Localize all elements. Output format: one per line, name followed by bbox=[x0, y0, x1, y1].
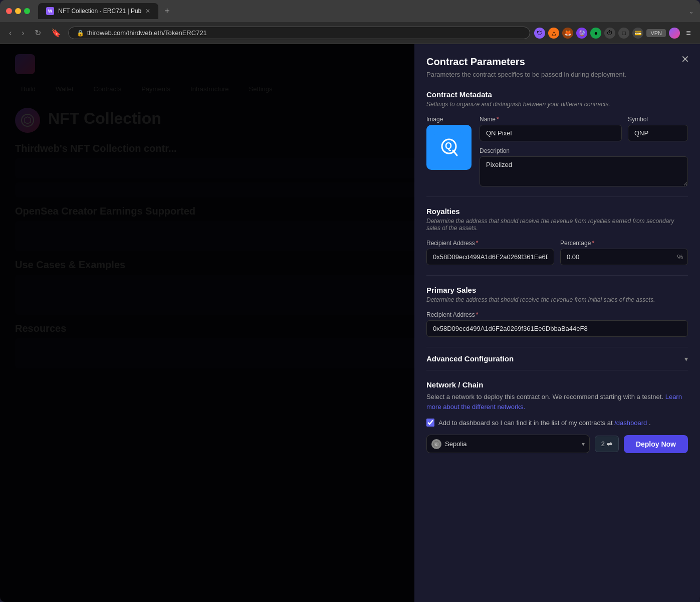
toolbar-icons: 🛡 △ 🦊 🔮 ● ⏱ □ 💳 VPN ≡ bbox=[534, 28, 694, 39]
extension-icon-5: ⏱ bbox=[604, 28, 615, 39]
tab-title: NFT Collection - ERC721 | Pub bbox=[58, 8, 141, 15]
browser-frame: W NFT Collection - ERC721 | Pub ✕ + ⌄ ‹ … bbox=[0, 0, 700, 602]
modal-panel: ✕ Contract Parameters Parameters the con… bbox=[414, 44, 700, 602]
modal-close-button[interactable]: ✕ bbox=[678, 52, 692, 66]
tab-bar: W NFT Collection - ERC721 | Pub ✕ + bbox=[38, 3, 684, 19]
royalties-recipient-label: Recipient Address* bbox=[426, 240, 554, 247]
tx-symbol-icon: ⇌ bbox=[607, 440, 612, 448]
svg-text:Q: Q bbox=[445, 141, 452, 151]
modal-title: Contract Parameters bbox=[426, 56, 688, 68]
primary-sales-section-desc: Determine the address that should receiv… bbox=[426, 296, 688, 303]
tab-favicon-icon: W bbox=[46, 7, 54, 15]
dashboard-checkbox-row: Add to dashboard so I can find it in the… bbox=[426, 419, 688, 427]
percent-symbol: % bbox=[677, 253, 683, 261]
network-select-wrap: S Sepolia ▾ bbox=[426, 435, 590, 453]
extension-icon-3: 🔮 bbox=[576, 28, 587, 39]
royalties-recipient-input[interactable] bbox=[426, 249, 554, 265]
percent-input-wrapper: % bbox=[560, 249, 688, 265]
royalties-fields: Recipient Address* Percentage* % bbox=[426, 240, 688, 265]
extension-icon-7: 💳 bbox=[632, 28, 643, 39]
dashboard-link[interactable]: /dashboard bbox=[614, 419, 647, 427]
bookmark-button[interactable]: 🔖 bbox=[48, 26, 64, 40]
new-tab-button[interactable]: + bbox=[160, 6, 174, 17]
brave-icon: 🛡 bbox=[534, 28, 545, 39]
profile-icon[interactable] bbox=[669, 28, 680, 39]
tx-count: 2 bbox=[601, 440, 605, 448]
extension-icon-6: □ bbox=[618, 28, 629, 39]
image-label: Image bbox=[426, 116, 472, 123]
metadata-form-row: Image Q bbox=[426, 116, 688, 186]
tx-count-badge: 2 ⇌ bbox=[595, 436, 619, 452]
address-bar[interactable]: 🔒 thirdweb.com/thirdweb.eth/TokenERC721 bbox=[68, 27, 531, 39]
royalties-percent-group: Percentage* % bbox=[560, 240, 688, 265]
advanced-config-header[interactable]: Advanced Configuration ▾ bbox=[426, 347, 688, 370]
description-field-group: Description Pixelized bbox=[480, 147, 688, 186]
name-field-group: Name* bbox=[480, 116, 622, 141]
extension-icon-1: △ bbox=[548, 28, 559, 39]
deploy-row: S Sepolia ▾ 2 ⇌ Deploy Now bbox=[426, 435, 688, 453]
symbol-input[interactable] bbox=[628, 125, 688, 141]
royalties-section-desc: Determine the address that should receiv… bbox=[426, 218, 688, 232]
minimize-traffic-light[interactable] bbox=[15, 8, 21, 14]
network-title: Network / Chain bbox=[426, 380, 688, 389]
royalties-address-group: Recipient Address* bbox=[426, 240, 554, 265]
percentage-label: Percentage* bbox=[560, 240, 688, 247]
vpn-button[interactable]: VPN bbox=[646, 29, 666, 37]
window-controls: ⌄ bbox=[688, 8, 694, 15]
forward-button[interactable]: › bbox=[19, 27, 27, 40]
fullscreen-traffic-light[interactable] bbox=[24, 8, 30, 14]
network-section: Network / Chain Select a network to depl… bbox=[426, 380, 688, 453]
description-label: Description bbox=[480, 147, 688, 154]
modal-overlay: ✕ Contract Parameters Parameters the con… bbox=[0, 44, 700, 602]
primary-sales-section-title: Primary Sales bbox=[426, 286, 688, 294]
advanced-config-title: Advanced Configuration bbox=[426, 354, 514, 363]
menu-icon[interactable]: ≡ bbox=[683, 28, 694, 39]
image-upload-area[interactable]: Q bbox=[426, 125, 472, 170]
percentage-input[interactable] bbox=[560, 249, 688, 265]
name-label: Name* bbox=[480, 116, 622, 123]
back-button[interactable]: ‹ bbox=[6, 27, 15, 40]
royalties-section-title: Royalties bbox=[426, 207, 688, 216]
name-symbol-fields: Name* Symbol Description Pixelized bbox=[480, 116, 688, 186]
modal-subtitle: Parameters the contract specifies to be … bbox=[426, 71, 688, 78]
dashboard-checkbox-label: Add to dashboard so I can find it in the… bbox=[438, 419, 651, 427]
primary-sales-recipient-input[interactable] bbox=[426, 320, 688, 337]
network-desc: Select a network to deploy this contract… bbox=[426, 392, 688, 412]
extension-icon-2: 🦊 bbox=[562, 28, 573, 39]
deploy-now-button[interactable]: Deploy Now bbox=[624, 435, 688, 453]
active-tab[interactable]: W NFT Collection - ERC721 | Pub ✕ bbox=[38, 3, 158, 19]
browser-titlebar: W NFT Collection - ERC721 | Pub ✕ + ⌄ bbox=[0, 0, 700, 22]
traffic-lights bbox=[6, 8, 30, 14]
browser-toolbar: ‹ › ↻ 🔖 🔒 thirdweb.com/thirdweb.eth/Toke… bbox=[0, 22, 700, 44]
dashboard-checkbox[interactable] bbox=[426, 419, 434, 427]
symbol-label: Symbol bbox=[628, 116, 688, 123]
close-traffic-light[interactable] bbox=[6, 8, 12, 14]
symbol-field-group: Symbol bbox=[628, 116, 688, 141]
royalties-divider bbox=[426, 275, 688, 276]
metadata-divider bbox=[426, 196, 688, 197]
metadata-section-desc: Settings to organize and distinguish bet… bbox=[426, 101, 688, 108]
name-input[interactable] bbox=[480, 125, 622, 141]
network-select[interactable]: Sepolia bbox=[426, 435, 590, 453]
primary-sales-recipient-group: Recipient Address* bbox=[426, 311, 688, 337]
advanced-config-chevron-icon: ▾ bbox=[684, 355, 688, 363]
url-text: thirdweb.com/thirdweb.eth/TokenERC721 bbox=[87, 29, 207, 37]
extension-icon-4: ● bbox=[590, 28, 601, 39]
primary-sales-recipient-label: Recipient Address* bbox=[426, 311, 688, 318]
description-textarea[interactable]: Pixelized bbox=[480, 156, 688, 186]
reload-button[interactable]: ↻ bbox=[32, 26, 44, 40]
browser-content: Build Wallet Contracts Payments Infrastr… bbox=[0, 44, 700, 602]
tab-close-icon[interactable]: ✕ bbox=[145, 8, 150, 15]
metadata-section-title: Contract Metadata bbox=[426, 90, 688, 99]
